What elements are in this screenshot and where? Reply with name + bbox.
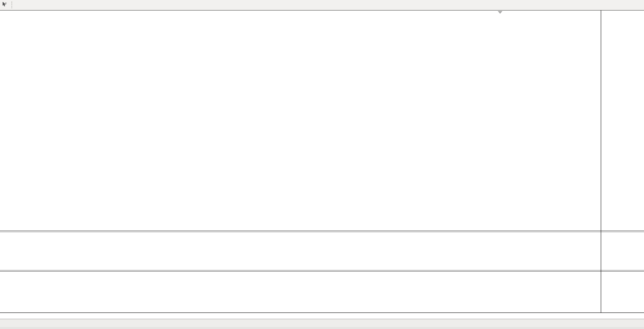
mt4-chart-window [0,0,644,329]
chart-title [3,12,4,18]
price-chart-canvas[interactable] [0,11,601,230]
panel-separator[interactable] [0,230,644,232]
status-strip [0,327,644,329]
chart-tab-bar [0,319,644,327]
price-axis-border [601,10,601,313]
chart-cursor-icon [2,2,7,9]
panel-separator[interactable] [0,270,644,272]
rsi-indicator-canvas[interactable] [0,232,601,270]
toolbar-grip[interactable] [11,2,13,8]
timeframe-toolbar [0,0,644,10]
time-axis-border [0,313,644,313]
macd-indicator-canvas[interactable] [0,271,601,313]
chart-tool-button[interactable] [0,2,9,9]
window-border [0,10,644,11]
chart-shift-marker[interactable] [498,11,502,14]
